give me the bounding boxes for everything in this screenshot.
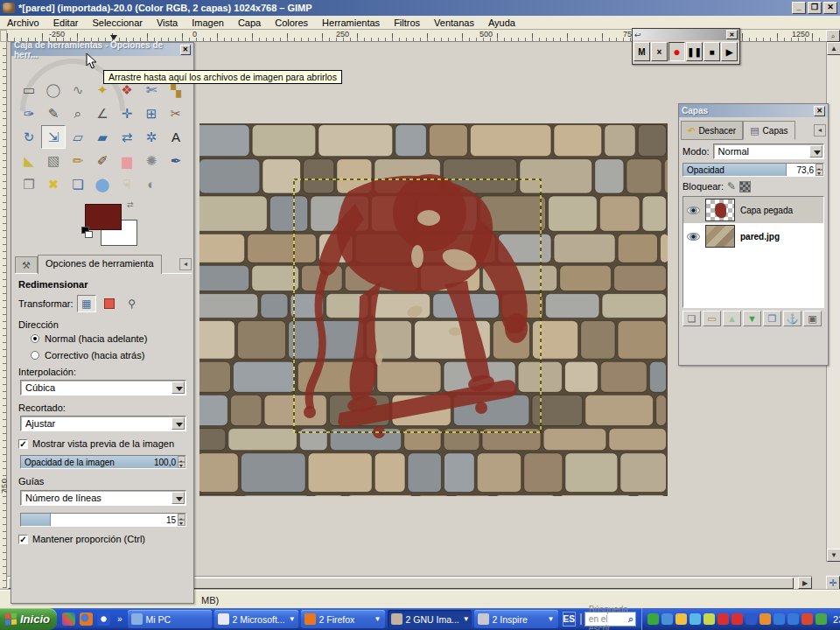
quicklaunch-chevron-icon[interactable]: » [117,614,122,624]
preview-checkbox[interactable]: ✓ Mostrar vista previa de la imagen [18,438,188,449]
taskbar-button[interactable]: Mi PC [128,610,212,628]
recorder-titlebar[interactable]: ↩ ✕ [633,29,739,40]
rectangle-select-tool[interactable]: ▭ [17,78,41,102]
radio-normal[interactable]: Normal (hacia adelante) [31,333,188,344]
tab-tool-options[interactable]: Opciones de herramienta [38,255,162,274]
blur-sharpen-tool[interactable]: ⬤ [90,172,115,196]
swap-colors-icon[interactable]: ⇄ [127,200,134,209]
chevron-down-icon[interactable] [172,492,185,504]
menu-colores[interactable]: Colores [268,17,315,29]
interpolation-select[interactable]: Cúbica [20,380,186,396]
gradient-tool[interactable]: ▧ [41,149,66,172]
tab-capas[interactable]: ▤Capas [743,121,794,140]
heal-tool[interactable]: ✖ [41,172,66,196]
canvas-pan-button[interactable]: ✛ [826,576,840,590]
zoom-fit-button[interactable]: ⌕ [826,30,840,42]
tray-icon[interactable] [662,613,673,625]
recorder-menu-icon[interactable]: ↩ [634,31,641,39]
radio-corrective-icon[interactable] [31,351,39,360]
ruler-corner-button[interactable] [0,30,7,42]
text-tool[interactable]: A [164,125,188,149]
shear-tool[interactable]: ▱ [66,125,90,149]
spinner[interactable] [178,514,186,526]
scroll-down-icon[interactable]: ▼ [827,549,840,562]
scroll-right-icon[interactable]: ▶ [798,577,812,589]
taskbar-button[interactable]: 2 GNU Ima...▼ [388,610,472,628]
perspective-tool[interactable]: ▰ [90,125,115,149]
anchor-layer-button[interactable]: ⚓ [783,311,802,326]
start-button[interactable]: Inicio [0,608,57,630]
duplicate-layer-button[interactable]: ❐ [763,311,781,326]
layers-titlebar[interactable]: Capas ✕ [679,104,828,117]
align-tool[interactable]: ⊞ [139,102,164,125]
checkbox-checked-icon[interactable]: ✓ [18,439,28,449]
spinner[interactable] [178,456,186,468]
tray-icon[interactable] [704,613,715,625]
language-indicator[interactable]: ES [563,612,576,626]
tray-icon[interactable] [746,613,757,625]
chevron-down-icon[interactable] [172,382,185,394]
taskbar-button[interactable]: 2 Microsoft...▼ [214,610,298,628]
clipping-select[interactable]: Ajustar [20,416,186,431]
layer-mode-select[interactable]: Normal [713,144,824,159]
menu-vista[interactable]: Vista [150,17,185,29]
move-tool[interactable]: ✛ [115,102,139,125]
dodge-burn-tool[interactable]: ◐ [139,172,164,196]
menu-seleccionar[interactable]: Seleccionar [85,17,149,29]
canvas-image[interactable] [200,123,668,496]
rotate-tool[interactable]: ↻ [17,125,41,149]
tool-options-minitab[interactable]: ⚒ [15,256,38,274]
tray-icon[interactable] [788,613,799,625]
close-button[interactable]: ✕ [823,2,837,14]
new-group-button[interactable]: ▭ [703,311,721,326]
recorder-m-button[interactable]: M [634,42,650,61]
taskbar-button[interactable]: 2 Firefox▼ [301,610,385,628]
scale-tool[interactable]: ⇲ [41,125,66,149]
minimize-button[interactable]: _ [792,2,806,14]
lock-alpha-icon[interactable] [739,181,751,192]
transform-selection-button[interactable] [100,295,119,312]
spinner[interactable] [816,164,823,176]
layers-close-icon[interactable]: ✕ [814,106,825,116]
clone-tool[interactable]: ❐ [17,172,41,196]
airbrush-tool[interactable]: ✺ [139,149,164,172]
bucket-fill-tool[interactable]: ◣ [17,149,41,172]
quicklaunch-media-icon[interactable] [97,612,110,626]
free-select-tool[interactable]: ∿ [66,78,90,102]
menu-editar[interactable]: Editar [46,17,86,29]
guides-select[interactable]: Número de líneas [20,490,186,506]
layer-opacity-slider[interactable]: Opacidad 73,6 [682,163,824,177]
chevron-down-icon[interactable] [172,417,185,430]
desktop-search-input[interactable]: Búsqueda en el escrit... ⌕ [584,612,636,626]
new-layer-button[interactable]: ❏ [682,311,701,326]
checkbox-checked-icon[interactable]: ✓ [18,535,28,544]
tray-icon[interactable] [802,613,813,625]
recorder-x-button[interactable]: × [651,42,668,61]
tray-icon[interactable] [648,613,659,625]
tray-icon[interactable] [774,613,785,625]
menu-ventanas[interactable]: Ventanas [427,17,481,29]
measure-tool[interactable]: ∠ [90,102,115,125]
tray-icon[interactable] [816,613,827,625]
image-opacity-slider[interactable]: Opacidad de la imagen 100,0 [20,455,186,469]
quicklaunch-picasa-icon[interactable] [62,612,75,626]
layers-collapse-icon[interactable]: ◂ [814,124,826,136]
layer-row[interactable]: Capa pegada [683,197,823,223]
recorder-record-button[interactable]: ● [668,42,685,61]
guide-lines-slider[interactable]: 15 [20,513,186,527]
quicklaunch-firefox-icon[interactable] [80,612,93,626]
menu-herramientas[interactable]: Herramientas [315,17,387,29]
flip-tool[interactable]: ⇄ [115,125,139,149]
menu-capa[interactable]: Capa [231,17,268,29]
window-titlebar[interactable]: *[pared] (importada)-20.0 (Color RGB, 2 … [0,0,840,16]
cage-transform-tool[interactable]: ✲ [139,125,164,149]
chevron-down-icon[interactable] [809,145,822,158]
paintbrush-tool[interactable]: ✐ [90,149,115,172]
smudge-tool[interactable]: ☟ [115,172,139,196]
toolbox-titlebar[interactable]: Caja de herramientas - Opciones de herr.… [11,43,193,56]
recorder-stop-button[interactable]: ■ [704,42,720,61]
toolbox-close-icon[interactable]: ✕ [180,45,191,55]
radio-normal-icon[interactable] [31,334,39,343]
ellipse-select-tool[interactable]: ◯ [41,78,66,102]
tab-deshacer[interactable]: ↶Deshacer [681,121,743,140]
